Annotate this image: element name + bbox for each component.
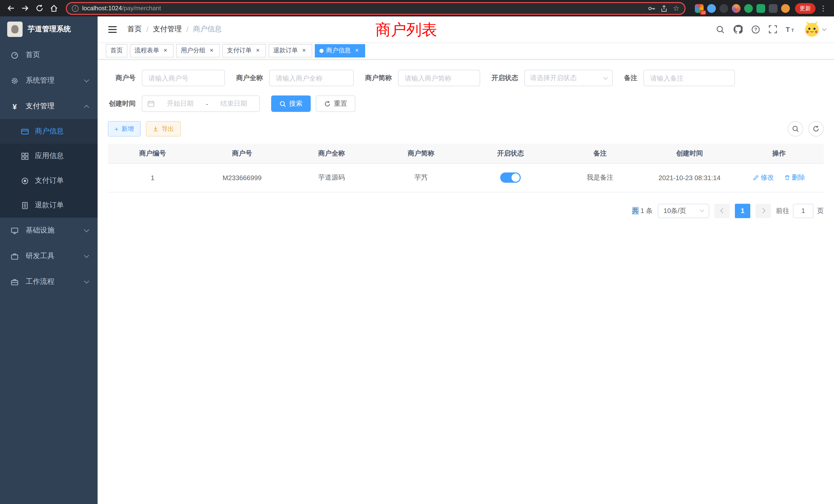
sidebar-item-system[interactable]: 系统管理	[0, 68, 97, 93]
merchant-no-label: 商户号	[108, 73, 136, 83]
chrome-update-button[interactable]: 更新	[795, 3, 815, 14]
extension-icon[interactable]	[769, 4, 777, 13]
toggle-search-button[interactable]	[788, 121, 803, 137]
credit-card-icon	[21, 128, 29, 135]
sidebar-item-home[interactable]: 首页	[0, 42, 97, 68]
screen: i localhost:1024/pay/merchant ☆ 10 更新	[0, 0, 834, 504]
sidebar-item-workflow[interactable]: 工作流程	[0, 269, 97, 295]
prev-page-button[interactable]	[714, 204, 730, 218]
sidebar-item-app-info[interactable]: 应用信息	[0, 144, 97, 168]
header-actions: 操作	[734, 144, 824, 163]
breadcrumb-separator: /	[186, 25, 189, 33]
extension-icon[interactable]	[707, 4, 716, 13]
extension-icon[interactable]	[732, 4, 741, 13]
start-date-placeholder: 开始日期	[160, 99, 201, 108]
search-button[interactable]: 搜索	[271, 95, 311, 112]
short-name-input[interactable]	[398, 70, 480, 86]
font-size-icon[interactable]: TT	[786, 26, 795, 33]
extension-icon[interactable]	[720, 4, 728, 13]
extension-icon[interactable]	[744, 4, 753, 13]
app-title: 芋道管理系统	[28, 25, 71, 34]
sidebar-item-merchant-info[interactable]: 商户信息	[0, 119, 97, 144]
url-text: localhost:1024/pay/merchant	[82, 5, 161, 12]
github-icon[interactable]	[733, 25, 743, 34]
plus-icon: +	[114, 125, 118, 133]
create-time-label: 创建时间	[108, 99, 136, 108]
browser-reload-icon[interactable]	[33, 2, 46, 15]
sidebar-item-devtools[interactable]: 研发工具	[0, 243, 97, 269]
extension-icon[interactable]	[781, 4, 790, 13]
sidebar-item-payment[interactable]: ¥ 支付管理	[0, 93, 97, 119]
sidebar-item-infrastructure[interactable]: 基础设施	[0, 217, 97, 243]
pagination: 共 1 条 10条/页 1 前往 页	[108, 204, 824, 218]
status-toggle[interactable]	[500, 173, 521, 183]
merchant-no-input[interactable]	[142, 70, 225, 86]
extension-icon[interactable]: 10	[695, 4, 704, 13]
browser-home-icon[interactable]	[47, 2, 61, 15]
goto-suffix: 页	[817, 206, 824, 215]
password-key-icon[interactable]	[648, 4, 656, 12]
bookmark-star-icon[interactable]: ☆	[673, 4, 679, 12]
target-icon	[21, 177, 29, 184]
help-icon[interactable]: ?	[751, 25, 760, 33]
tab-close-icon[interactable]: ×	[162, 47, 169, 54]
tab-close-icon[interactable]: ×	[254, 47, 261, 54]
sidebar-menu: 首页 系统管理 ¥ 支付管理	[0, 42, 97, 295]
date-range-picker[interactable]: 开始日期 - 结束日期	[142, 95, 260, 112]
merchant-table: 商户编号 商户号 商户全称 商户简称 开启状态 备注 创建时间 操作 1	[108, 144, 824, 192]
chevron-down-icon	[84, 227, 89, 232]
tab-home[interactable]: 首页	[106, 44, 127, 57]
chevron-left-icon	[720, 208, 725, 213]
hamburger-icon[interactable]	[106, 23, 119, 35]
monitor-icon	[10, 227, 19, 234]
goto-page-input[interactable]	[793, 204, 813, 218]
header-short-name: 商户简称	[376, 144, 466, 163]
extension-icon[interactable]	[756, 4, 765, 13]
tab-refund-order[interactable]: 退款订单×	[269, 44, 312, 57]
chevron-down-icon	[84, 253, 89, 258]
refresh-button[interactable]	[808, 121, 824, 137]
date-separator: -	[206, 100, 208, 108]
navbar-tools: ? TT	[716, 22, 826, 37]
remark-input[interactable]	[643, 70, 735, 86]
tab-close-icon[interactable]: ×	[301, 47, 308, 54]
search-icon[interactable]	[716, 25, 725, 33]
browser-forward-icon[interactable]	[19, 2, 32, 15]
app-logo[interactable]: 芋道管理系统	[0, 17, 97, 42]
tab-pay-order[interactable]: 支付订单×	[222, 44, 266, 57]
user-menu[interactable]	[804, 22, 826, 37]
browser-menu-icon[interactable]: ⋮	[816, 4, 830, 12]
tab-user-group[interactable]: 用户分组×	[176, 44, 220, 57]
browser-back-icon[interactable]	[4, 2, 18, 15]
cell-merchant-id: 1	[108, 163, 197, 192]
add-button[interactable]: + 新增	[108, 121, 140, 137]
sidebar-item-refund-order[interactable]: 退款订单	[0, 193, 97, 217]
fullscreen-icon[interactable]	[769, 25, 777, 33]
site-info-icon[interactable]: i	[72, 5, 79, 12]
tab-close-icon[interactable]: ×	[353, 47, 360, 54]
address-bar[interactable]: i localhost:1024/pay/merchant ☆	[66, 2, 686, 15]
filter-row-2: 创建时间 开始日期 - 结束日期 搜索	[108, 95, 824, 112]
edit-link[interactable]: 修改	[753, 173, 774, 182]
active-tab-dot	[320, 48, 324, 53]
next-page-button[interactable]	[755, 204, 771, 218]
document-icon	[21, 202, 29, 209]
delete-link[interactable]: 删除	[784, 173, 805, 182]
breadcrumb-home[interactable]: 首页	[127, 25, 142, 34]
share-icon[interactable]	[661, 4, 668, 12]
reset-button[interactable]: 重置	[316, 95, 355, 112]
pagination-total: 共 1 条	[632, 206, 653, 215]
page-number-1[interactable]: 1	[735, 204, 750, 218]
header-merchant-no: 商户号	[197, 144, 287, 163]
page-size-select[interactable]: 10条/页	[658, 204, 709, 218]
export-button[interactable]: 导出	[146, 121, 180, 137]
tab-process-form[interactable]: 流程表单×	[130, 44, 174, 57]
breadcrumb-payment[interactable]: 支付管理	[153, 25, 182, 34]
sidebar-item-pay-order[interactable]: 支付订单	[0, 168, 97, 193]
tab-merchant-info[interactable]: 商户信息×	[315, 44, 365, 57]
cell-short-name: 芋艿	[376, 163, 466, 192]
status-select[interactable]: 请选择开启状态	[524, 70, 613, 86]
tab-close-icon[interactable]: ×	[208, 47, 215, 54]
calendar-icon	[147, 100, 155, 107]
full-name-input[interactable]	[269, 70, 354, 86]
